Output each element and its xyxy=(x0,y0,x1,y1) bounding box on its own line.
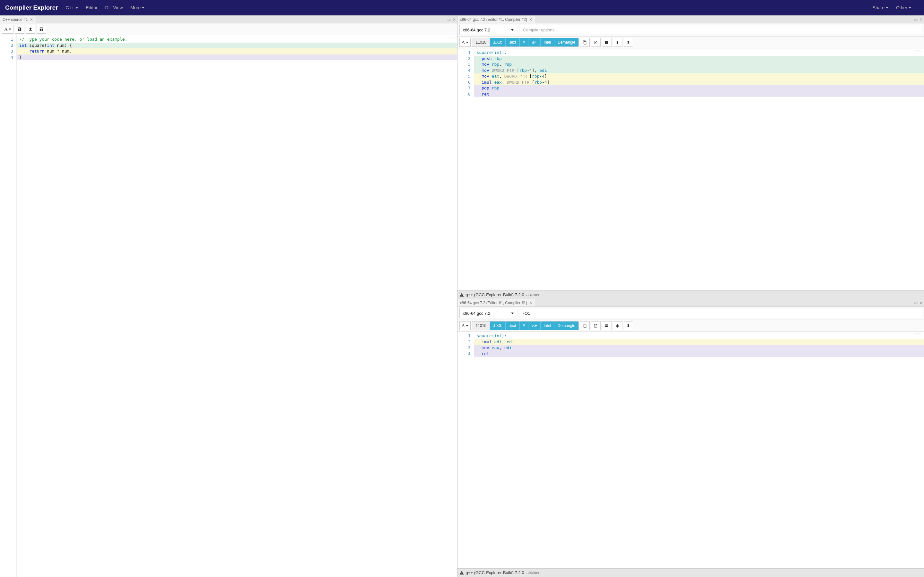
nav-share-dropdown[interactable]: Share xyxy=(873,5,888,10)
caret-down-icon xyxy=(142,7,144,9)
asm-editor[interactable]: 1234 square(int): imul edi, edi mov eax,… xyxy=(457,332,924,568)
compiler-status: g++ (GCC-Explorer-Build) 7.2.0 - 202ms xyxy=(457,290,924,299)
popout-icon xyxy=(594,324,598,328)
clipboard-icon xyxy=(583,324,587,328)
toggle-demangle[interactable]: Demangle xyxy=(554,322,578,330)
toggle-labels[interactable]: .LX0: xyxy=(490,38,506,47)
toggle-comments[interactable]: // xyxy=(520,322,529,330)
source-editor[interactable]: 1234 // Type your code here, or load an … xyxy=(0,35,457,577)
toggle-directives[interactable]: .text xyxy=(506,38,520,47)
font-menu-button[interactable]: A xyxy=(459,321,471,330)
nav-editor[interactable]: Editor xyxy=(86,5,97,10)
opt-button[interactable] xyxy=(624,38,633,47)
clipboard-button[interactable] xyxy=(580,321,590,330)
nav-more-dropdown[interactable]: More xyxy=(131,5,145,10)
output-button[interactable] xyxy=(602,38,612,47)
terminal-icon xyxy=(604,40,609,45)
asm-toggle-bar: 11010 .LX0: .text // \s+ Intel Demangle xyxy=(472,38,579,47)
source-code[interactable]: // Type your code here, or load an examp… xyxy=(17,35,457,577)
font-menu-button[interactable]: A xyxy=(2,25,13,34)
close-pane-icon[interactable]: ✕ xyxy=(919,17,923,22)
close-icon[interactable]: ✕ xyxy=(529,301,532,305)
popout-button[interactable] xyxy=(591,38,601,47)
nav-language-dropdown[interactable]: C++ xyxy=(66,5,78,10)
toggle-binary[interactable]: 11010 xyxy=(472,322,489,330)
compiler-options-row: x86-64 gcc 7.2 xyxy=(457,23,924,37)
asm-toggle-bar: 11010 .LX0: .text // \s+ Intel Demangle xyxy=(472,321,579,330)
compiler-options-input[interactable] xyxy=(520,308,922,318)
toggle-whitespace[interactable]: \s+ xyxy=(528,38,540,47)
clipboard-button[interactable] xyxy=(580,38,590,47)
toggle-comments[interactable]: // xyxy=(520,38,529,47)
load-button[interactable] xyxy=(26,25,35,34)
cfg-button[interactable] xyxy=(613,321,622,330)
svg-rect-4 xyxy=(914,333,921,334)
maximize-icon[interactable]: ▭ xyxy=(914,17,918,22)
graph-icon xyxy=(626,40,630,45)
font-menu-button[interactable]: A xyxy=(459,38,471,47)
right-column: x86-64 gcc 7.2 (Editor #1, Compiler #2) … xyxy=(457,16,924,577)
tab-window-controls: ▭ ✕ xyxy=(914,16,923,23)
svg-rect-3 xyxy=(914,51,922,52)
save-button[interactable] xyxy=(15,25,24,34)
source-tab[interactable]: C++ source #1 ✕ xyxy=(0,16,36,23)
toggle-directives[interactable]: .text xyxy=(506,322,520,330)
toggle-intel[interactable]: Intel xyxy=(541,38,555,47)
nav-share-label: Share xyxy=(873,5,885,10)
toggle-binary[interactable]: 11010 xyxy=(472,38,489,47)
graph-icon xyxy=(626,324,630,328)
nav-diff-view[interactable]: Diff View xyxy=(105,5,123,10)
close-pane-icon[interactable]: ✕ xyxy=(919,301,923,305)
warning-icon xyxy=(459,571,464,575)
source-tabbar: C++ source #1 ✕ ▭ ✕ xyxy=(0,16,457,23)
clipboard-icon xyxy=(583,40,587,45)
maximize-icon[interactable]: ▭ xyxy=(447,17,451,22)
compiler-tab-title: x86-64 gcc 7.2 (Editor #1, Compiler #2) xyxy=(460,17,527,22)
compiler-tab-title: x86-64 gcc 7.2 (Editor #1, Compiler #1) xyxy=(460,301,527,305)
source-pane: C++ source #1 ✕ ▭ ✕ A 1234 // xyxy=(0,16,457,577)
svg-rect-0 xyxy=(447,37,457,37)
compiler-pane-1: x86-64 gcc 7.2 (Editor #1, Compiler #2) … xyxy=(457,16,924,299)
compiler-options-input[interactable] xyxy=(520,25,922,35)
compiler-select-label: x86-64 gcc 7.2 xyxy=(463,311,490,316)
minimap-icon xyxy=(914,333,923,336)
compiler-pane-2: x86-64 gcc 7.2 (Editor #1, Compiler #1) … xyxy=(457,299,924,577)
compiler-tab[interactable]: x86-64 gcc 7.2 (Editor #1, Compiler #1) … xyxy=(457,299,535,306)
compiler-select-label: x86-64 gcc 7.2 xyxy=(463,27,490,32)
caret-down-icon xyxy=(886,7,888,9)
table-icon xyxy=(39,27,44,31)
compiler-time: - 396ms xyxy=(526,571,539,575)
asm-code[interactable]: square(int): push rbp mov rbp, rsp mov D… xyxy=(474,48,924,290)
close-icon[interactable]: ✕ xyxy=(529,17,532,22)
output-button[interactable] xyxy=(602,321,612,330)
nav-other-dropdown[interactable]: Other xyxy=(896,5,911,10)
add-compiler-button[interactable] xyxy=(37,25,46,34)
asm-editor[interactable]: 12345678 square(int): push rbp mov rbp, … xyxy=(457,48,924,290)
compiler-select[interactable]: x86-64 gcc 7.2 xyxy=(459,308,517,318)
close-pane-icon[interactable]: ✕ xyxy=(453,17,456,22)
close-icon[interactable]: ✕ xyxy=(30,17,33,22)
compiler-select[interactable]: x86-64 gcc 7.2 xyxy=(459,25,517,35)
maximize-icon[interactable]: ▭ xyxy=(914,301,918,305)
tab-window-controls: ▭ ✕ xyxy=(914,299,923,306)
toggle-demangle[interactable]: Demangle xyxy=(554,38,578,47)
brand-title[interactable]: Compiler Explorer xyxy=(5,4,58,11)
caret-down-icon xyxy=(511,29,514,31)
compiler-toolbar: A 11010 .LX0: .text // \s+ Intel Demangl… xyxy=(457,37,924,48)
opt-button[interactable] xyxy=(624,321,633,330)
toggle-labels[interactable]: .LX0: xyxy=(490,322,506,330)
warning-icon xyxy=(459,293,464,297)
toggle-intel[interactable]: Intel xyxy=(541,322,555,330)
popout-icon xyxy=(594,40,598,45)
popout-button[interactable] xyxy=(591,321,601,330)
tab-window-controls: ▭ ✕ xyxy=(447,16,456,23)
nav-other-label: Other xyxy=(896,5,907,10)
caret-down-icon xyxy=(75,7,78,9)
asm-code[interactable]: square(int): imul edi, edi mov eax, edi … xyxy=(474,332,924,568)
nav-language-label: C++ xyxy=(66,5,74,10)
cfg-button[interactable] xyxy=(613,38,622,47)
source-gutter: 1234 xyxy=(0,35,17,577)
toggle-whitespace[interactable]: \s+ xyxy=(528,322,540,330)
asm-gutter: 12345678 xyxy=(457,48,474,290)
compiler-tab[interactable]: x86-64 gcc 7.2 (Editor #1, Compiler #2) … xyxy=(457,16,535,23)
